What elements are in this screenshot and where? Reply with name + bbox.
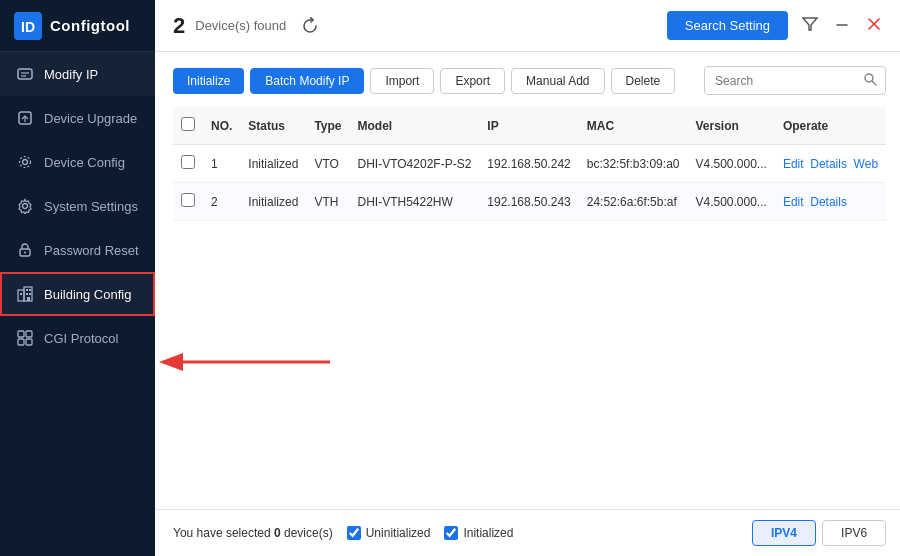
content-area: Initialize Batch Modify IP Import Export… (155, 52, 900, 509)
export-button[interactable]: Export (440, 68, 505, 94)
row2-ip: 192.168.50.243 (479, 183, 578, 221)
svg-rect-20 (18, 331, 24, 337)
select-all-checkbox[interactable] (181, 117, 195, 131)
cgi-protocol-icon (16, 329, 34, 347)
sidebar-item-system-settings-label: System Settings (44, 199, 138, 214)
svg-rect-22 (18, 339, 24, 345)
initialized-checkbox[interactable] (444, 526, 458, 540)
row2-edit-link[interactable]: Edit (783, 195, 804, 209)
filter-button[interactable] (798, 14, 822, 38)
password-reset-icon (16, 241, 34, 259)
device-table: NO. Status Type Model IP MAC Version Ope… (173, 107, 886, 221)
svg-point-8 (20, 157, 31, 168)
device-config-icon (16, 153, 34, 171)
minimize-button[interactable] (830, 14, 854, 38)
row2-checkbox[interactable] (181, 193, 195, 207)
footer-right: IPV4 IPV6 (752, 520, 886, 546)
svg-rect-19 (27, 297, 30, 301)
uninitialized-checkbox[interactable] (347, 526, 361, 540)
filter-icon (802, 16, 818, 32)
row1-operate: Edit Details Web (775, 145, 886, 183)
close-button[interactable] (862, 14, 886, 38)
initialized-label[interactable]: Initialized (444, 526, 513, 540)
uninitialized-label[interactable]: Uninitialized (347, 526, 431, 540)
refresh-icon (301, 17, 319, 35)
device-label: Device(s) found (195, 18, 286, 33)
close-icon (866, 16, 882, 32)
row2-model: DHI-VTH5422HW (350, 183, 480, 221)
svg-rect-12 (18, 290, 24, 301)
row2-version: V4.500.000... (687, 183, 774, 221)
row1-web-link[interactable]: Web (854, 157, 878, 171)
modify-ip-icon (16, 65, 34, 83)
sidebar-item-device-config[interactable]: Device Config (0, 140, 155, 184)
row2-status: Initialized (240, 183, 306, 221)
svg-rect-14 (26, 289, 28, 291)
svg-text:ID: ID (21, 19, 35, 35)
search-setting-button[interactable]: Search Setting (667, 11, 788, 40)
table-row: 1 Initialized VTO DHI-VTO4202F-P-S2 192.… (173, 145, 886, 183)
device-count: 2 (173, 13, 185, 39)
manual-add-button[interactable]: Manual Add (511, 68, 604, 94)
col-version-header: Version (687, 107, 774, 145)
row1-checkbox[interactable] (181, 155, 195, 169)
row1-no: 1 (203, 145, 240, 183)
topbar-icons (798, 14, 886, 38)
svg-rect-2 (18, 69, 32, 79)
delete-button[interactable]: Delete (611, 68, 676, 94)
svg-line-29 (872, 81, 876, 85)
svg-rect-17 (29, 293, 31, 295)
refresh-button[interactable] (296, 12, 324, 40)
row1-version: V4.500.000... (687, 145, 774, 183)
toolbar: Initialize Batch Modify IP Import Export… (173, 66, 886, 95)
col-model-header: Model (350, 107, 480, 145)
search-icon (863, 72, 877, 86)
system-settings-icon (16, 197, 34, 215)
table-body: 1 Initialized VTO DHI-VTO4202F-P-S2 192.… (173, 145, 886, 221)
building-config-icon (16, 285, 34, 303)
row1-details-link[interactable]: Details (810, 157, 847, 171)
initialize-button[interactable]: Initialize (173, 68, 244, 94)
sidebar-item-building-config-label: Building Config (44, 287, 131, 302)
footer: You have selected 0 device(s) Uninitiali… (155, 509, 900, 556)
svg-point-11 (24, 252, 26, 254)
minimize-icon (834, 16, 850, 32)
search-input[interactable] (705, 69, 855, 93)
topbar-right: Search Setting (667, 11, 886, 40)
svg-point-9 (23, 204, 28, 209)
search-icon-button[interactable] (855, 67, 885, 94)
sidebar-item-cgi-protocol[interactable]: CGI Protocol (0, 316, 155, 360)
sidebar-item-device-upgrade[interactable]: Device Upgrade (0, 96, 155, 140)
sidebar-item-password-reset[interactable]: Password Reset (0, 228, 155, 272)
logo-icon: ID (14, 12, 42, 40)
col-status-header: Status (240, 107, 306, 145)
sidebar-item-modify-ip-label: Modify IP (44, 67, 98, 82)
batch-modify-button[interactable]: Batch Modify IP (250, 68, 364, 94)
sidebar: ID Configtool Modify IP (0, 0, 155, 556)
col-operate-header: Operate (775, 107, 886, 145)
svg-rect-21 (26, 331, 32, 337)
topbar: 2 Device(s) found Search Setting (155, 0, 900, 52)
ipv4-button[interactable]: IPV4 (752, 520, 816, 546)
row2-type: VTH (306, 183, 349, 221)
sidebar-item-modify-ip[interactable]: Modify IP (0, 52, 155, 96)
row2-no: 2 (203, 183, 240, 221)
selected-count: 0 (274, 526, 281, 540)
svg-rect-15 (29, 289, 31, 291)
svg-marker-24 (803, 18, 817, 30)
sidebar-item-building-config[interactable]: Building Config (0, 272, 155, 316)
ipv6-button[interactable]: IPV6 (822, 520, 886, 546)
col-checkbox-header (173, 107, 203, 145)
selected-text: You have selected 0 device(s) (173, 526, 333, 540)
svg-point-7 (23, 160, 28, 165)
table-header: NO. Status Type Model IP MAC Version Ope… (173, 107, 886, 145)
sidebar-item-cgi-protocol-label: CGI Protocol (44, 331, 118, 346)
row2-mac: 24:52:6a:6f:5b:af (579, 183, 688, 221)
row2-details-link[interactable]: Details (810, 195, 847, 209)
row1-edit-link[interactable]: Edit (783, 157, 804, 171)
row1-type: VTO (306, 145, 349, 183)
sidebar-item-system-settings[interactable]: System Settings (0, 184, 155, 228)
device-table-wrap: NO. Status Type Model IP MAC Version Ope… (173, 107, 886, 495)
import-button[interactable]: Import (370, 68, 434, 94)
col-mac-header: MAC (579, 107, 688, 145)
